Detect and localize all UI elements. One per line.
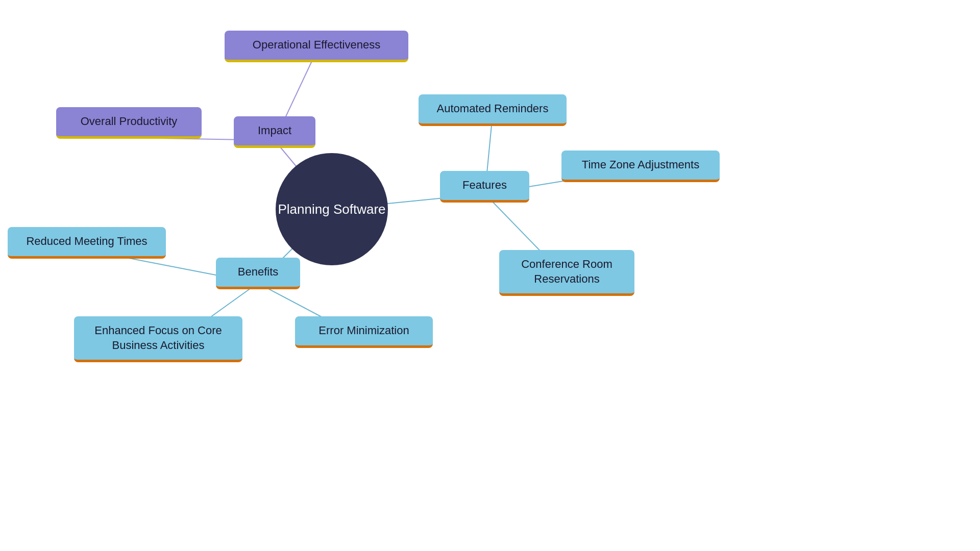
node-timezone-label: Time Zone Adjustments [582,158,699,172]
node-operational[interactable]: Operational Effectiveness [225,31,408,62]
node-error[interactable]: Error Minimization [295,316,433,348]
node-benefits-label: Benefits [238,265,279,280]
node-conference-label: Conference RoomReservations [521,257,612,286]
center-node: Planning Software [276,153,388,265]
node-operational-label: Operational Effectiveness [253,38,380,53]
node-automated[interactable]: Automated Reminders [419,94,567,126]
node-reduced-label: Reduced Meeting Times [26,234,147,249]
node-error-label: Error Minimization [318,323,409,338]
node-features-label: Features [462,178,507,193]
node-overall[interactable]: Overall Productivity [56,107,202,139]
center-label: Planning Software [278,202,385,217]
node-impact-label: Impact [258,123,291,138]
node-automated-label: Automated Reminders [437,102,549,116]
node-timezone[interactable]: Time Zone Adjustments [561,151,720,182]
node-enhanced[interactable]: Enhanced Focus on CoreBusiness Activitie… [74,316,242,362]
node-overall-label: Overall Productivity [81,114,178,129]
node-conference[interactable]: Conference RoomReservations [499,250,634,296]
node-reduced[interactable]: Reduced Meeting Times [8,227,166,259]
node-enhanced-label: Enhanced Focus on CoreBusiness Activitie… [94,323,222,353]
node-features[interactable]: Features [440,171,529,203]
node-impact[interactable]: Impact [234,116,315,148]
node-benefits[interactable]: Benefits [216,258,300,289]
